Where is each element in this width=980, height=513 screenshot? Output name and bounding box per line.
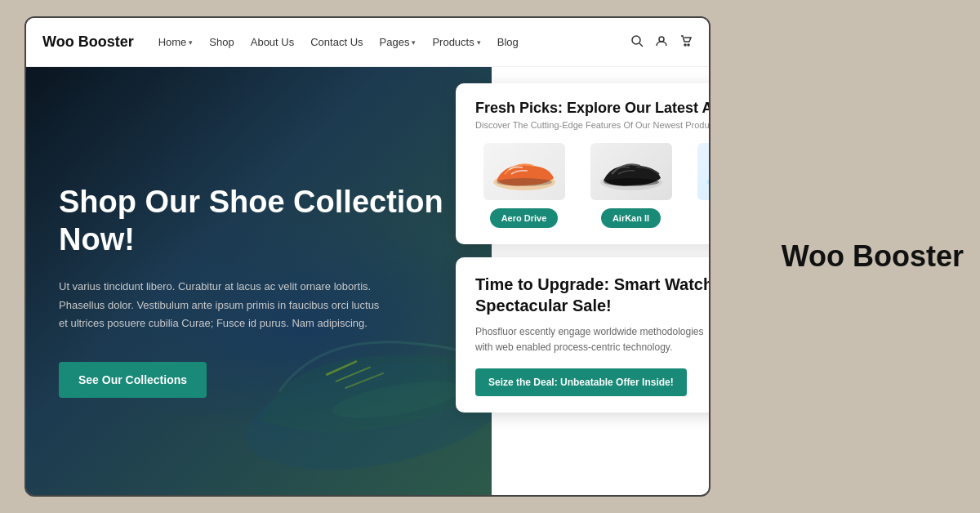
chevron-icon: ▾ [189,38,193,47]
nav-pages[interactable]: Pages ▾ [380,36,416,48]
svg-point-3 [684,44,686,46]
products-row: Aero Drive [475,143,710,228]
shoe-aero-svg [488,149,560,194]
nav-contact[interactable]: Contact Us [310,36,363,48]
product-item: AirKan II [582,143,679,228]
hero-description: Ut varius tincidunt libero. Curabitur at… [59,278,385,332]
search-icon[interactable] [630,34,644,51]
nav-icons [630,34,693,51]
side-brand-title: Woo Booster [782,239,964,274]
svg-point-14 [707,174,711,190]
product-item: Aero Drive [475,143,572,228]
svg-point-15 [710,178,711,186]
svg-point-11 [497,178,552,186]
right-panel: Fresh Picks: Explore Our Latest Arrivals… [456,83,710,413]
product-item: Halo+ [689,143,710,228]
chevron-icon: ▾ [412,38,416,47]
brand-logo[interactable]: Woo Booster [42,33,134,51]
fresh-picks-subtitle: Discover The Cutting-Edge Features Of Ou… [475,120,710,130]
product-image-aero [483,143,565,200]
shoe-airkan-svg [595,149,667,194]
navbar: Woo Booster Home ▾ Shop About Us Contact… [26,18,709,67]
nav-home[interactable]: Home ▾ [158,36,194,48]
hero-cta-button[interactable]: See Our Collections [59,362,207,398]
nav-shop[interactable]: Shop [209,36,234,48]
promo-description: Phosfluor escently engage worldwide meth… [475,324,710,355]
nav-blog[interactable]: Blog [497,36,519,48]
hero-content: Shop Our Shoe Collection Now! Ut varius … [59,184,459,397]
svg-point-0 [632,36,640,44]
svg-line-1 [639,43,643,47]
nav-links: Home ▾ Shop About Us Contact Us Pages ▾ … [158,36,606,48]
promo-title: Time to Upgrade: Smart Watch Spectacular… [475,274,710,316]
product-image-halo [697,143,711,200]
svg-point-2 [659,37,664,42]
fresh-picks-card: Fresh Picks: Explore Our Latest Arrivals… [456,83,710,244]
product-badge-airkan[interactable]: AirKan II [601,208,661,228]
hero-title: Shop Our Shoe Collection Now! [59,184,459,258]
promo-cta-button[interactable]: Seize the Deal: Unbeatable Offer Inside! [475,368,687,396]
svg-point-13 [604,178,659,186]
promo-card: Time to Upgrade: Smart Watch Spectacular… [456,257,710,413]
fresh-picks-title: Fresh Picks: Explore Our Latest Arrivals… [475,100,710,117]
svg-point-4 [688,44,689,46]
product-badge-aero[interactable]: Aero Drive [490,208,559,228]
product-image-airkan [590,143,672,200]
promo-card-inner: Time to Upgrade: Smart Watch Spectacular… [475,274,710,396]
hero-section: Shop Our Shoe Collection Now! Ut varius … [26,67,709,497]
nav-about[interactable]: About Us [251,36,294,48]
hero-left: Shop Our Shoe Collection Now! Ut varius … [26,67,492,497]
user-icon[interactable] [655,34,668,51]
promo-text: Time to Upgrade: Smart Watch Spectacular… [475,274,710,396]
cart-icon[interactable] [679,34,693,51]
chevron-icon: ▾ [477,38,481,47]
shoe-halo-svg [702,149,711,194]
browser-window: Woo Booster Home ▾ Shop About Us Contact… [24,16,710,497]
nav-products[interactable]: Products ▾ [432,36,480,48]
